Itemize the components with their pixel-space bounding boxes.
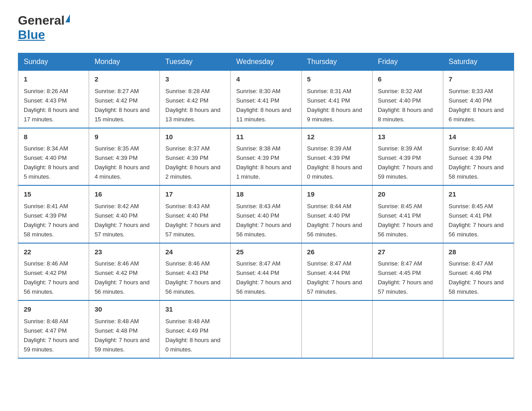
day-info: Sunrise: 8:35 AMSunset: 4:39 PMDaylight:… — [94, 145, 150, 180]
day-number: 16 — [94, 189, 154, 200]
day-number: 30 — [94, 304, 154, 315]
calendar-week-row: 8 Sunrise: 8:34 AMSunset: 4:40 PMDayligh… — [18, 128, 514, 186]
day-info: Sunrise: 8:48 AMSunset: 4:47 PMDaylight:… — [24, 318, 79, 353]
day-number: 3 — [165, 74, 225, 85]
day-info: Sunrise: 8:27 AMSunset: 4:42 PMDaylight:… — [94, 88, 150, 123]
calendar-cell: 8 Sunrise: 8:34 AMSunset: 4:40 PMDayligh… — [18, 128, 89, 186]
calendar-cell: 26 Sunrise: 8:47 AMSunset: 4:44 PMDaylig… — [301, 243, 372, 301]
calendar-cell: 19 Sunrise: 8:44 AMSunset: 4:40 PMDaylig… — [301, 185, 372, 243]
day-number: 21 — [449, 189, 508, 200]
header-row: SundayMondayTuesdayWednesdayThursdayFrid… — [18, 53, 514, 71]
calendar-cell: 15 Sunrise: 8:41 AMSunset: 4:39 PMDaylig… — [18, 185, 89, 243]
day-number: 8 — [24, 132, 83, 142]
day-number: 23 — [94, 247, 154, 257]
calendar-cell: 22 Sunrise: 8:46 AMSunset: 4:42 PMDaylig… — [18, 243, 89, 301]
calendar-cell — [372, 300, 443, 358]
calendar-cell: 4 Sunrise: 8:30 AMSunset: 4:41 PMDayligh… — [231, 71, 301, 128]
day-info: Sunrise: 8:32 AMSunset: 4:40 PMDaylight:… — [378, 88, 433, 123]
calendar-cell: 23 Sunrise: 8:46 AMSunset: 4:42 PMDaylig… — [89, 243, 160, 301]
day-number: 7 — [449, 74, 508, 85]
day-info: Sunrise: 8:44 AMSunset: 4:40 PMDaylight:… — [307, 203, 362, 238]
day-number: 14 — [449, 132, 508, 142]
calendar-cell: 6 Sunrise: 8:32 AMSunset: 4:40 PMDayligh… — [372, 71, 443, 128]
day-number: 1 — [24, 74, 83, 85]
calendar-cell: 20 Sunrise: 8:45 AMSunset: 4:41 PMDaylig… — [372, 185, 443, 243]
day-number: 26 — [307, 247, 367, 257]
weekday-header: Saturday — [443, 53, 514, 71]
day-info: Sunrise: 8:46 AMSunset: 4:42 PMDaylight:… — [94, 260, 150, 295]
weekday-header: Friday — [372, 53, 443, 71]
day-number: 28 — [449, 247, 508, 257]
day-number: 10 — [165, 132, 225, 142]
calendar-cell: 24 Sunrise: 8:46 AMSunset: 4:43 PMDaylig… — [160, 243, 231, 301]
day-info: Sunrise: 8:31 AMSunset: 4:41 PMDaylight:… — [307, 88, 362, 123]
calendar-header: SundayMondayTuesdayWednesdayThursdayFrid… — [18, 53, 514, 71]
logo-arrow-icon — [65, 14, 70, 22]
calendar-cell: 27 Sunrise: 8:47 AMSunset: 4:45 PMDaylig… — [372, 243, 443, 301]
logo-blue-label: Blue — [18, 28, 45, 42]
day-info: Sunrise: 8:38 AMSunset: 4:39 PMDaylight:… — [236, 145, 291, 180]
calendar-cell: 29 Sunrise: 8:48 AMSunset: 4:47 PMDaylig… — [18, 300, 89, 358]
calendar-cell: 16 Sunrise: 8:42 AMSunset: 4:40 PMDaylig… — [89, 185, 160, 243]
logo-text: General — [18, 13, 64, 28]
day-info: Sunrise: 8:39 AMSunset: 4:39 PMDaylight:… — [378, 145, 433, 180]
day-number: 4 — [236, 74, 296, 85]
day-info: Sunrise: 8:45 AMSunset: 4:41 PMDaylight:… — [449, 203, 504, 238]
calendar-cell: 10 Sunrise: 8:37 AMSunset: 4:39 PMDaylig… — [160, 128, 231, 186]
day-info: Sunrise: 8:42 AMSunset: 4:40 PMDaylight:… — [94, 203, 150, 238]
weekday-header: Monday — [89, 53, 160, 71]
day-number: 25 — [236, 247, 296, 257]
calendar-week-row: 15 Sunrise: 8:41 AMSunset: 4:39 PMDaylig… — [18, 185, 514, 243]
calendar-week-row: 1 Sunrise: 8:26 AMSunset: 4:43 PMDayligh… — [18, 71, 514, 128]
day-number: 5 — [307, 74, 367, 85]
calendar-body: 1 Sunrise: 8:26 AMSunset: 4:43 PMDayligh… — [18, 71, 514, 358]
day-info: Sunrise: 8:43 AMSunset: 4:40 PMDaylight:… — [165, 203, 220, 238]
day-number: 12 — [307, 132, 367, 142]
day-number: 24 — [165, 247, 225, 257]
calendar-cell: 18 Sunrise: 8:43 AMSunset: 4:40 PMDaylig… — [231, 185, 301, 243]
weekday-header: Tuesday — [160, 53, 231, 71]
day-info: Sunrise: 8:37 AMSunset: 4:39 PMDaylight:… — [165, 145, 220, 180]
day-info: Sunrise: 8:47 AMSunset: 4:46 PMDaylight:… — [449, 260, 504, 295]
day-number: 6 — [378, 74, 438, 85]
calendar-cell: 17 Sunrise: 8:43 AMSunset: 4:40 PMDaylig… — [160, 185, 231, 243]
calendar-cell — [301, 300, 372, 358]
day-number: 2 — [94, 74, 154, 85]
day-info: Sunrise: 8:45 AMSunset: 4:41 PMDaylight:… — [378, 203, 433, 238]
page-header: General Blue — [18, 13, 514, 42]
calendar-cell: 12 Sunrise: 8:39 AMSunset: 4:39 PMDaylig… — [301, 128, 372, 186]
day-info: Sunrise: 8:28 AMSunset: 4:42 PMDaylight:… — [165, 88, 220, 123]
calendar-cell: 25 Sunrise: 8:47 AMSunset: 4:44 PMDaylig… — [231, 243, 301, 301]
calendar-cell — [443, 300, 514, 358]
calendar-cell: 7 Sunrise: 8:33 AMSunset: 4:40 PMDayligh… — [443, 71, 514, 128]
day-number: 27 — [378, 247, 438, 257]
calendar-cell: 5 Sunrise: 8:31 AMSunset: 4:41 PMDayligh… — [301, 71, 372, 128]
day-number: 22 — [24, 247, 83, 257]
day-info: Sunrise: 8:43 AMSunset: 4:40 PMDaylight:… — [236, 203, 291, 238]
day-number: 9 — [94, 132, 154, 142]
day-number: 18 — [236, 189, 296, 200]
calendar-cell: 3 Sunrise: 8:28 AMSunset: 4:42 PMDayligh… — [160, 71, 231, 128]
calendar-week-row: 22 Sunrise: 8:46 AMSunset: 4:42 PMDaylig… — [18, 243, 514, 301]
day-number: 19 — [307, 189, 367, 200]
logo: General Blue — [18, 13, 71, 42]
day-info: Sunrise: 8:48 AMSunset: 4:48 PMDaylight:… — [94, 318, 150, 353]
calendar-cell: 21 Sunrise: 8:45 AMSunset: 4:41 PMDaylig… — [443, 185, 514, 243]
day-info: Sunrise: 8:47 AMSunset: 4:44 PMDaylight:… — [307, 260, 362, 295]
day-number: 17 — [165, 189, 225, 200]
calendar-cell — [231, 300, 301, 358]
day-info: Sunrise: 8:39 AMSunset: 4:39 PMDaylight:… — [307, 145, 362, 180]
day-info: Sunrise: 8:46 AMSunset: 4:42 PMDaylight:… — [24, 260, 79, 295]
day-info: Sunrise: 8:47 AMSunset: 4:45 PMDaylight:… — [378, 260, 433, 295]
calendar-cell: 14 Sunrise: 8:40 AMSunset: 4:39 PMDaylig… — [443, 128, 514, 186]
calendar-cell: 9 Sunrise: 8:35 AMSunset: 4:39 PMDayligh… — [89, 128, 160, 186]
calendar-cell: 28 Sunrise: 8:47 AMSunset: 4:46 PMDaylig… — [443, 243, 514, 301]
day-info: Sunrise: 8:46 AMSunset: 4:43 PMDaylight:… — [165, 260, 220, 295]
day-info: Sunrise: 8:30 AMSunset: 4:41 PMDaylight:… — [236, 88, 291, 123]
calendar-cell: 13 Sunrise: 8:39 AMSunset: 4:39 PMDaylig… — [372, 128, 443, 186]
day-info: Sunrise: 8:34 AMSunset: 4:40 PMDaylight:… — [24, 145, 79, 180]
day-info: Sunrise: 8:41 AMSunset: 4:39 PMDaylight:… — [24, 203, 79, 238]
day-number: 13 — [378, 132, 438, 142]
day-info: Sunrise: 8:40 AMSunset: 4:39 PMDaylight:… — [449, 145, 504, 180]
calendar-table: SundayMondayTuesdayWednesdayThursdayFrid… — [18, 53, 514, 359]
